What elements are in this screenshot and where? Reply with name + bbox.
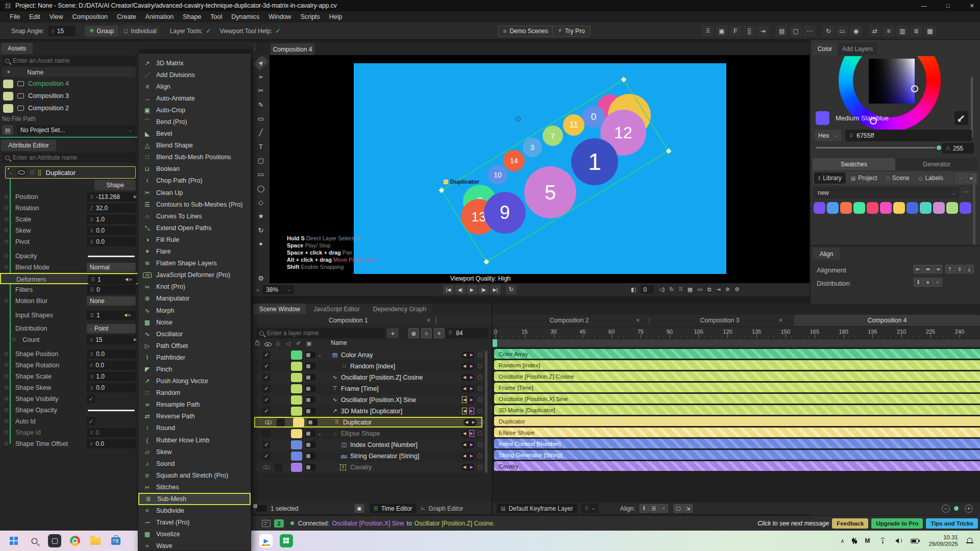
connection-port[interactable] [5,217,8,221]
sv-selector[interactable] [911,85,918,92]
connection-port[interactable] [5,206,8,210]
swatch-more-button[interactable]: ⋯ [963,188,969,195]
align-center-h-button[interactable]: ⇹ [923,265,933,273]
collapse-chevron-icon[interactable]: ⌄ [9,170,13,175]
composition-canvas[interactable]: Duplicator 12011731410161395 [354,63,726,274]
connection-port[interactable] [5,254,8,258]
play-button[interactable]: ▶ [467,285,477,294]
tool-icon-2[interactable]: ✂ [255,86,267,95]
close-button[interactable]: ✕ [967,1,977,10]
connection-port[interactable] [5,397,8,400]
menu-animation[interactable]: Animation [141,11,179,22]
attribute-dropdown[interactable]: Normal [87,263,136,272]
clock[interactable]: 10.3129/09/2025 [928,534,958,547]
menu-item-add-divisions[interactable]: ⋰Add Divisions [138,69,251,81]
group-mode-button[interactable]: ❖ Group [85,26,119,37]
swatch-color-3[interactable] [853,202,865,214]
menu-item-skew[interactable]: ▱Skew [138,446,251,458]
menu-item-random[interactable]: ∷Random [138,387,251,399]
menu-item-javascript-deformer-pro-[interactable]: JSJavaScript Deformer (Pro) [138,269,251,281]
swatch-source-scene[interactable]: □Scene [883,172,914,184]
tool-icon-3[interactable]: ✎ [255,100,267,109]
layer-connection-arrows[interactable]: ◀▶ [461,352,475,359]
menu-item-subdivide[interactable]: <Subdivide [138,505,251,517]
menu-item-clean-up[interactable]: ✂Clean Up [138,187,251,198]
swatch-color-7[interactable] [906,202,918,214]
layer-toggle[interactable] [305,441,315,448]
snapping-icon[interactable]: ✲ [725,286,730,293]
timeline-bar-ellipse-shape[interactable]: Ellipse Shape [494,428,980,437]
tool-icon-14[interactable]: ⚙ [255,274,267,283]
zoom-level-select[interactable]: 38%⌄ [262,285,294,294]
keyframe-frame-field[interactable]: F - [581,504,599,513]
layer-target-circle[interactable] [478,409,482,413]
chrome-icon[interactable] [68,534,82,547]
expand-tools-icon[interactable]: » [256,287,259,293]
connection-arrow-icon[interactable]: ▶ [134,337,137,342]
generator-tab[interactable]: Generator [895,158,978,170]
timeline-bar-index-context-number-[interactable]: Index Context [Number] [494,439,980,448]
tab-scene-window[interactable]: Scene Window [253,304,306,314]
distribute-v-button[interactable]: ≡ [923,278,933,287]
shape-tab[interactable]: Shape [94,180,136,190]
timeline-ruler[interactable]: 0153045607590105120135150165180195210225… [493,327,980,338]
visibility-eye-icon[interactable] [16,168,27,177]
layer-target-circle[interactable] [478,364,482,368]
attribute-slider[interactable] [88,256,135,257]
stack-nav-arrows[interactable]: ◀ ▶ [125,277,133,282]
layer-color-chip[interactable] [291,373,302,382]
menu-item-squash-and-stretch-pro-[interactable]: ≎Squash and Stretch (Pro) [138,469,251,481]
scene-frame-field[interactable]: F84 [445,328,488,338]
individual-mode-button[interactable]: ◻ Individual [119,26,162,37]
layer-row-oscillator-position-x-sine[interactable]: ✓∿Oscillator [Position.X] Sine◀▶ [252,394,484,405]
layer-connection-arrows[interactable]: ◀▶ [461,374,475,381]
toolbar-icon[interactable]: F [729,26,742,37]
menu-tool[interactable]: Tool [206,11,227,22]
menu-item-auto-crop[interactable]: ▣Auto-Crop [138,104,251,116]
connection-port[interactable] [5,386,8,389]
alpha-slider-knob[interactable] [936,144,942,151]
layer-checkbox[interactable]: ✓ [262,396,271,404]
pivot-marker[interactable] [516,116,521,121]
menu-item-flare[interactable]: ✶Flare [138,246,251,258]
swatches-tab[interactable]: Swatches [813,158,895,170]
file-explorer-icon[interactable] [89,534,102,547]
scene-composition-tab[interactable]: Composition 1 [329,317,368,324]
toolbar-icon[interactable]: ⇥ [757,26,769,37]
layer-tools-check-icon[interactable]: ✓ [206,27,211,35]
toolbar-icon[interactable]: ▤ [776,26,788,37]
layer-checkbox[interactable]: ✓ [262,362,271,370]
layer-search-input[interactable]: Enter a layer name [256,328,385,338]
connection-port[interactable] [5,419,8,423]
connection-port[interactable] [12,338,16,341]
tool-icon-10[interactable]: ◇ [255,197,267,207]
connection-port[interactable] [5,442,8,445]
connection-port[interactable] [5,431,8,434]
menu-item-pathfinder[interactable]: ⌇Pathfinder [138,352,251,363]
layer-connection-arrows[interactable]: ◀▶ [461,464,475,471]
menu-item-bend-pro-[interactable]: ⌒Bend (Pro) [138,116,251,128]
filmstrip-icon[interactable]: ▦ [688,286,693,293]
wifi-icon[interactable] [878,538,887,544]
menu-item-stitches[interactable]: ∺Stitches [138,481,251,493]
asset-search-input[interactable]: Enter an Asset name [2,56,136,66]
attribute-checkbox[interactable]: ✓ [87,394,95,403]
timeline-tab-composition-2[interactable]: Composition 2×| [493,315,646,326]
menu-item-flatten-shape-layers[interactable]: ≋Flatten Shape Layers [138,258,251,269]
expand-chevron-icon[interactable]: ⌄ [317,431,322,436]
tool-icon-13[interactable]: ✦ [255,239,267,248]
connection-port[interactable] [5,374,8,378]
duplicator-node-header[interactable]: ⌄ ⣿ Duplicator [5,166,136,179]
layer-row-random-index-[interactable]: ✓∷Random [Index]◀▶ [252,361,484,371]
duplicate-view-icon[interactable]: ⧉ [707,286,712,293]
zoom-slider-knob[interactable] [954,506,959,511]
menu-item-align[interactable]: ≡Align [138,81,251,92]
layer-color-chip[interactable] [291,429,302,438]
onion-skin-icon[interactable]: ◧ [631,286,636,293]
notification-bell-icon[interactable] [967,538,973,544]
toolbar-icon[interactable]: ≣ [910,26,922,37]
current-color-swatch[interactable] [816,111,829,125]
layer-toggle[interactable] [305,352,315,358]
swatch-color-8[interactable] [920,202,932,214]
feedback-button[interactable]: Feedback [832,518,868,529]
